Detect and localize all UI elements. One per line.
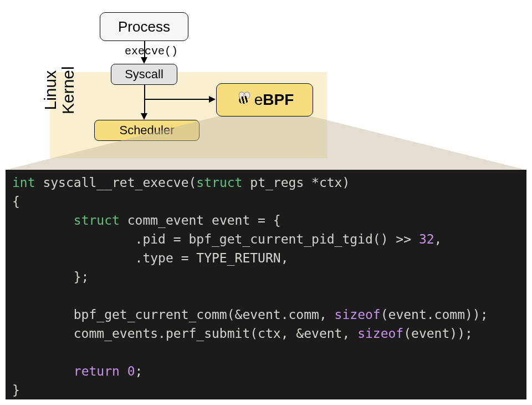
svg-marker-0 — [6, 117, 526, 170]
code-panel: int syscall__ret_execve(struct pt_regs *… — [6, 170, 526, 399]
diagram-canvas: Linux Kernel Process Syscall Scheduler e… — [0, 0, 532, 405]
projection-beam — [0, 0, 532, 178]
